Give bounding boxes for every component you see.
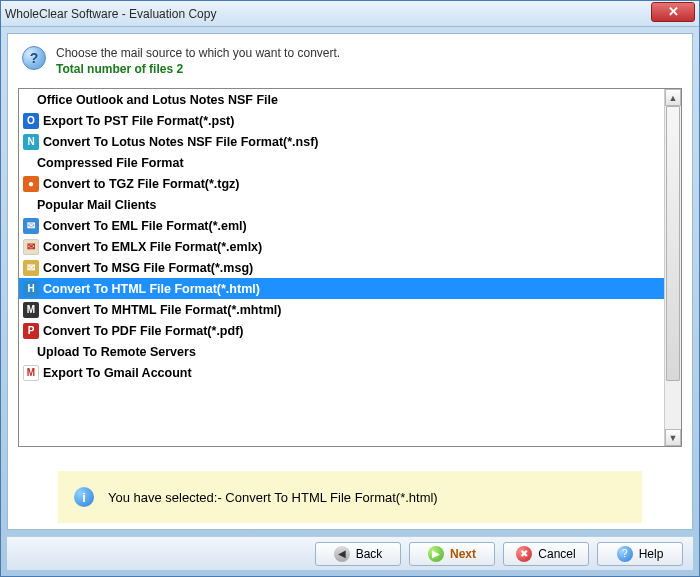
list-group-header: Popular Mail Clients bbox=[19, 194, 664, 215]
list-item[interactable]: MExport To Gmail Account bbox=[19, 362, 664, 383]
help-label: Help bbox=[639, 547, 664, 561]
list-group-header: Upload To Remote Servers bbox=[19, 341, 664, 362]
close-button[interactable]: ✕ bbox=[651, 2, 695, 22]
help-icon: ? bbox=[617, 546, 633, 562]
list-item-label: Convert To EMLX File Format(*.emlx) bbox=[43, 240, 262, 254]
nsf-icon: N bbox=[23, 134, 39, 150]
content-pane: ? Choose the mail source to which you wa… bbox=[7, 33, 693, 530]
list-item[interactable]: ✉Convert To MSG File Format(*.msg) bbox=[19, 257, 664, 278]
eml-icon: ✉ bbox=[23, 218, 39, 234]
mhtml-icon: M bbox=[23, 302, 39, 318]
scroll-down-button[interactable]: ▼ bbox=[665, 429, 681, 446]
list-item-label: Convert To PDF File Format(*.pdf) bbox=[43, 324, 243, 338]
list-item[interactable]: NConvert To Lotus Notes NSF File Format(… bbox=[19, 131, 664, 152]
list-item[interactable]: MConvert To MHTML File Format(*.mhtml) bbox=[19, 299, 664, 320]
format-list[interactable]: Office Outlook and Lotus Notes NSF FileO… bbox=[19, 89, 664, 446]
window-title: WholeClear Software - Evaluation Copy bbox=[5, 7, 216, 21]
scroll-thumb[interactable] bbox=[666, 106, 680, 381]
list-item[interactable]: HConvert To HTML File Format(*.html) bbox=[19, 278, 664, 299]
next-button[interactable]: ▶ Next bbox=[409, 542, 495, 566]
list-item-label: Convert to TGZ File Format(*.tgz) bbox=[43, 177, 240, 191]
emlx-icon: ✉ bbox=[23, 239, 39, 255]
back-button[interactable]: ◀ Back bbox=[315, 542, 401, 566]
list-group-header: Office Outlook and Lotus Notes NSF File bbox=[19, 89, 664, 110]
list-item-label: Convert To HTML File Format(*.html) bbox=[43, 282, 260, 296]
next-icon: ▶ bbox=[428, 546, 444, 562]
help-button[interactable]: ? Help bbox=[597, 542, 683, 566]
pdf-icon: P bbox=[23, 323, 39, 339]
scrollbar[interactable]: ▲ ▼ bbox=[664, 89, 681, 446]
list-item[interactable]: ●Convert to TGZ File Format(*.tgz) bbox=[19, 173, 664, 194]
outlook-icon: O bbox=[23, 113, 39, 129]
list-item-label: Export To Gmail Account bbox=[43, 366, 192, 380]
info-icon: i bbox=[74, 487, 94, 507]
notice-text: You have selected:- Convert To HTML File… bbox=[108, 490, 438, 505]
list-item[interactable]: ✉Convert To EML File Format(*.eml) bbox=[19, 215, 664, 236]
app-window: WholeClear Software - Evaluation Copy ✕ … bbox=[0, 0, 700, 577]
list-item-label: Convert To EML File Format(*.eml) bbox=[43, 219, 247, 233]
list-item-label: Convert To Lotus Notes NSF File Format(*… bbox=[43, 135, 318, 149]
tgz-icon: ● bbox=[23, 176, 39, 192]
back-icon: ◀ bbox=[334, 546, 350, 562]
msg-icon: ✉ bbox=[23, 260, 39, 276]
button-bar: ◀ Back ▶ Next ✖ Cancel ? Help bbox=[7, 536, 693, 570]
cancel-button[interactable]: ✖ Cancel bbox=[503, 542, 589, 566]
header-text: Choose the mail source to which you want… bbox=[56, 46, 340, 76]
list-item-label: Convert To MHTML File Format(*.mhtml) bbox=[43, 303, 281, 317]
list-item[interactable]: PConvert To PDF File Format(*.pdf) bbox=[19, 320, 664, 341]
scroll-up-button[interactable]: ▲ bbox=[665, 89, 681, 106]
header-line1: Choose the mail source to which you want… bbox=[56, 46, 340, 60]
back-label: Back bbox=[356, 547, 383, 561]
selection-notice: i You have selected:- Convert To HTML Fi… bbox=[58, 471, 642, 523]
question-icon: ? bbox=[22, 46, 46, 70]
cancel-label: Cancel bbox=[538, 547, 575, 561]
list-group-header: Compressed File Format bbox=[19, 152, 664, 173]
page-header: ? Choose the mail source to which you wa… bbox=[18, 42, 682, 84]
list-item-label: Convert To MSG File Format(*.msg) bbox=[43, 261, 253, 275]
format-list-container: Office Outlook and Lotus Notes NSF FileO… bbox=[18, 88, 682, 447]
scroll-track[interactable] bbox=[665, 106, 681, 429]
list-item[interactable]: ✉Convert To EMLX File Format(*.emlx) bbox=[19, 236, 664, 257]
html-icon: H bbox=[23, 281, 39, 297]
gmail-icon: M bbox=[23, 365, 39, 381]
list-item[interactable]: OExport To PST File Format(*.pst) bbox=[19, 110, 664, 131]
cancel-icon: ✖ bbox=[516, 546, 532, 562]
next-label: Next bbox=[450, 547, 476, 561]
title-bar: WholeClear Software - Evaluation Copy ✕ bbox=[1, 1, 699, 27]
list-item-label: Export To PST File Format(*.pst) bbox=[43, 114, 234, 128]
header-line2: Total number of files 2 bbox=[56, 62, 340, 76]
